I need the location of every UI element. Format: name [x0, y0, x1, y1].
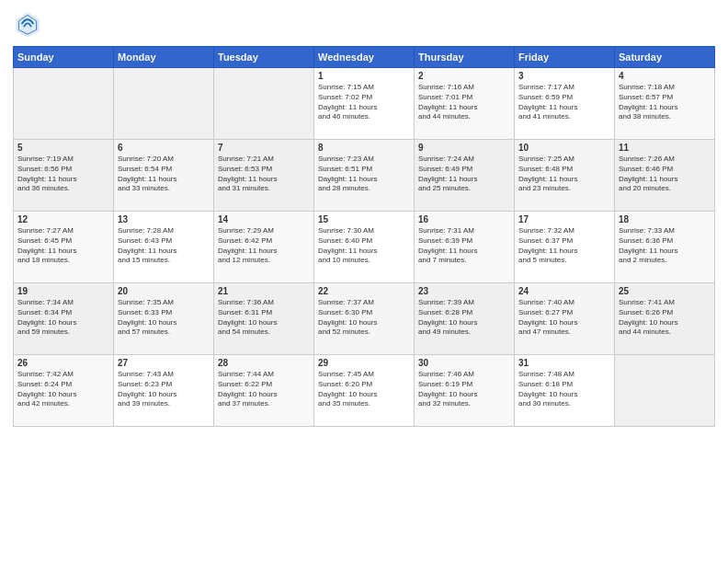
day-cell: 5Sunrise: 7:19 AM Sunset: 6:56 PM Daylig…	[14, 140, 114, 212]
day-cell: 10Sunrise: 7:25 AM Sunset: 6:48 PM Dayli…	[515, 140, 615, 212]
day-info: Sunrise: 7:34 AM Sunset: 6:34 PM Dayligh…	[17, 298, 109, 338]
day-cell: 26Sunrise: 7:42 AM Sunset: 6:24 PM Dayli…	[14, 355, 114, 427]
day-number: 9	[418, 143, 510, 153]
logo-icon	[13, 9, 42, 39]
day-info: Sunrise: 7:46 AM Sunset: 6:19 PM Dayligh…	[418, 370, 510, 409]
logo	[13, 9, 46, 39]
header	[13, 9, 715, 39]
day-number: 18	[619, 214, 711, 224]
day-cell: 18Sunrise: 7:33 AM Sunset: 6:36 PM Dayli…	[615, 212, 715, 283]
day-number: 31	[518, 358, 610, 368]
day-cell: 1Sunrise: 7:15 AM Sunset: 7:02 PM Daylig…	[314, 68, 415, 140]
day-cell: 19Sunrise: 7:34 AM Sunset: 6:34 PM Dayli…	[14, 283, 114, 355]
day-number: 4	[619, 71, 711, 81]
day-number: 3	[518, 71, 610, 81]
header-day-sunday: Sunday	[14, 47, 114, 68]
day-info: Sunrise: 7:36 AM Sunset: 6:31 PM Dayligh…	[218, 298, 310, 338]
page: SundayMondayTuesdayWednesdayThursdayFrid…	[0, 0, 728, 563]
header-day-monday: Monday	[114, 47, 214, 68]
day-number: 1	[318, 71, 410, 81]
day-number: 8	[318, 143, 410, 153]
day-cell: 14Sunrise: 7:29 AM Sunset: 6:42 PM Dayli…	[214, 212, 314, 283]
day-number: 2	[418, 71, 510, 81]
week-row-1: 1Sunrise: 7:15 AM Sunset: 7:02 PM Daylig…	[14, 68, 715, 140]
day-number: 21	[218, 286, 310, 296]
day-info: Sunrise: 7:31 AM Sunset: 6:39 PM Dayligh…	[418, 226, 510, 266]
day-info: Sunrise: 7:33 AM Sunset: 6:36 PM Dayligh…	[619, 226, 711, 266]
day-cell: 23Sunrise: 7:39 AM Sunset: 6:28 PM Dayli…	[415, 283, 515, 355]
header-row: SundayMondayTuesdayWednesdayThursdayFrid…	[14, 47, 715, 68]
day-info: Sunrise: 7:32 AM Sunset: 6:37 PM Dayligh…	[518, 226, 610, 266]
day-info: Sunrise: 7:20 AM Sunset: 6:54 PM Dayligh…	[118, 155, 210, 194]
day-info: Sunrise: 7:16 AM Sunset: 7:01 PM Dayligh…	[418, 83, 510, 122]
day-number: 22	[318, 286, 410, 296]
day-number: 16	[418, 214, 510, 224]
day-info: Sunrise: 7:26 AM Sunset: 6:46 PM Dayligh…	[619, 155, 711, 194]
day-number: 13	[118, 214, 210, 224]
day-number: 11	[619, 143, 711, 153]
day-info: Sunrise: 7:23 AM Sunset: 6:51 PM Dayligh…	[318, 155, 410, 194]
svg-marker-0	[16, 12, 40, 37]
day-number: 19	[17, 286, 109, 296]
day-info: Sunrise: 7:28 AM Sunset: 6:43 PM Dayligh…	[118, 226, 210, 266]
day-info: Sunrise: 7:40 AM Sunset: 6:27 PM Dayligh…	[518, 298, 610, 338]
day-info: Sunrise: 7:27 AM Sunset: 6:45 PM Dayligh…	[17, 226, 109, 266]
day-info: Sunrise: 7:15 AM Sunset: 7:02 PM Dayligh…	[318, 83, 410, 122]
day-cell	[214, 68, 314, 140]
day-info: Sunrise: 7:37 AM Sunset: 6:30 PM Dayligh…	[318, 298, 410, 338]
day-cell: 6Sunrise: 7:20 AM Sunset: 6:54 PM Daylig…	[114, 140, 214, 212]
day-cell: 20Sunrise: 7:35 AM Sunset: 6:33 PM Dayli…	[114, 283, 214, 355]
day-info: Sunrise: 7:42 AM Sunset: 6:24 PM Dayligh…	[17, 370, 109, 409]
day-info: Sunrise: 7:30 AM Sunset: 6:40 PM Dayligh…	[318, 226, 410, 266]
day-info: Sunrise: 7:25 AM Sunset: 6:48 PM Dayligh…	[518, 155, 610, 194]
day-number: 5	[17, 143, 109, 153]
day-info: Sunrise: 7:45 AM Sunset: 6:20 PM Dayligh…	[318, 370, 410, 409]
day-number: 15	[318, 214, 410, 224]
day-info: Sunrise: 7:24 AM Sunset: 6:49 PM Dayligh…	[418, 155, 510, 194]
day-number: 20	[118, 286, 210, 296]
day-number: 17	[518, 214, 610, 224]
day-info: Sunrise: 7:48 AM Sunset: 6:18 PM Dayligh…	[518, 370, 610, 409]
day-cell: 21Sunrise: 7:36 AM Sunset: 6:31 PM Dayli…	[214, 283, 314, 355]
header-day-saturday: Saturday	[615, 47, 715, 68]
day-info: Sunrise: 7:17 AM Sunset: 6:59 PM Dayligh…	[518, 83, 610, 122]
day-number: 12	[17, 214, 109, 224]
week-row-2: 5Sunrise: 7:19 AM Sunset: 6:56 PM Daylig…	[14, 140, 715, 212]
day-info: Sunrise: 7:43 AM Sunset: 6:23 PM Dayligh…	[118, 370, 210, 409]
day-cell: 29Sunrise: 7:45 AM Sunset: 6:20 PM Dayli…	[314, 355, 415, 427]
day-number: 14	[218, 214, 310, 224]
day-cell: 27Sunrise: 7:43 AM Sunset: 6:23 PM Dayli…	[114, 355, 214, 427]
day-cell: 17Sunrise: 7:32 AM Sunset: 6:37 PM Dayli…	[515, 212, 615, 283]
day-number: 29	[318, 358, 410, 368]
day-number: 30	[418, 358, 510, 368]
week-row-5: 26Sunrise: 7:42 AM Sunset: 6:24 PM Dayli…	[14, 355, 715, 427]
day-info: Sunrise: 7:35 AM Sunset: 6:33 PM Dayligh…	[118, 298, 210, 338]
day-number: 24	[518, 286, 610, 296]
day-number: 26	[17, 358, 109, 368]
day-cell	[114, 68, 214, 140]
day-number: 7	[218, 143, 310, 153]
calendar-table: SundayMondayTuesdayWednesdayThursdayFrid…	[13, 46, 715, 427]
day-cell: 30Sunrise: 7:46 AM Sunset: 6:19 PM Dayli…	[415, 355, 515, 427]
week-row-4: 19Sunrise: 7:34 AM Sunset: 6:34 PM Dayli…	[14, 283, 715, 355]
day-cell	[14, 68, 114, 140]
day-cell: 24Sunrise: 7:40 AM Sunset: 6:27 PM Dayli…	[515, 283, 615, 355]
day-cell: 3Sunrise: 7:17 AM Sunset: 6:59 PM Daylig…	[515, 68, 615, 140]
day-number: 6	[118, 143, 210, 153]
day-cell: 15Sunrise: 7:30 AM Sunset: 6:40 PM Dayli…	[314, 212, 415, 283]
day-cell	[615, 355, 715, 427]
header-day-thursday: Thursday	[415, 47, 515, 68]
day-cell: 31Sunrise: 7:48 AM Sunset: 6:18 PM Dayli…	[515, 355, 615, 427]
day-cell: 28Sunrise: 7:44 AM Sunset: 6:22 PM Dayli…	[214, 355, 314, 427]
day-number: 10	[518, 143, 610, 153]
day-info: Sunrise: 7:19 AM Sunset: 6:56 PM Dayligh…	[17, 155, 109, 194]
day-cell: 13Sunrise: 7:28 AM Sunset: 6:43 PM Dayli…	[114, 212, 214, 283]
day-cell: 25Sunrise: 7:41 AM Sunset: 6:26 PM Dayli…	[615, 283, 715, 355]
day-cell: 12Sunrise: 7:27 AM Sunset: 6:45 PM Dayli…	[14, 212, 114, 283]
day-info: Sunrise: 7:39 AM Sunset: 6:28 PM Dayligh…	[418, 298, 510, 338]
day-cell: 4Sunrise: 7:18 AM Sunset: 6:57 PM Daylig…	[615, 68, 715, 140]
day-cell: 2Sunrise: 7:16 AM Sunset: 7:01 PM Daylig…	[415, 68, 515, 140]
header-day-tuesday: Tuesday	[214, 47, 314, 68]
day-number: 27	[118, 358, 210, 368]
header-day-friday: Friday	[515, 47, 615, 68]
